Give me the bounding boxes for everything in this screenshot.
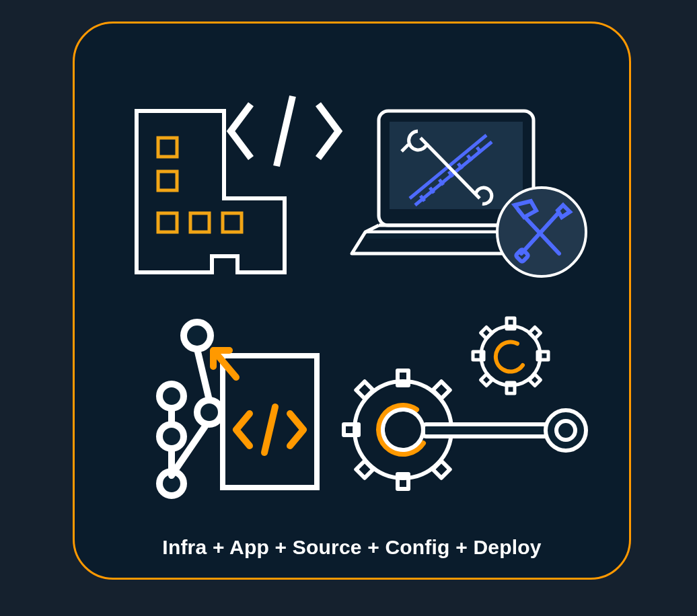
svg-line-18 (197, 349, 209, 400)
svg-rect-32 (538, 352, 548, 360)
diagram-caption: Infra + App + Source + Config + Deploy (75, 536, 629, 559)
svg-point-17 (184, 322, 211, 349)
diagram-panel: Infra + App + Source + Config + Deploy (73, 22, 631, 580)
svg-rect-33 (481, 328, 492, 339)
svg-point-12 (159, 384, 184, 408)
svg-point-16 (197, 400, 221, 424)
svg-rect-36 (529, 375, 541, 386)
svg-rect-37 (423, 424, 551, 436)
svg-rect-0 (158, 138, 177, 157)
gears-wrench-icon (316, 309, 598, 517)
svg-rect-4 (223, 213, 242, 232)
svg-rect-1 (158, 171, 177, 190)
svg-rect-3 (190, 213, 209, 232)
svg-point-13 (159, 424, 184, 449)
svg-rect-31 (473, 352, 484, 360)
svg-rect-2 (158, 213, 177, 232)
svg-rect-29 (507, 318, 515, 329)
svg-rect-34 (529, 328, 541, 339)
svg-point-39 (556, 421, 575, 440)
svg-rect-30 (507, 383, 515, 393)
building-code-icon (116, 84, 352, 286)
svg-rect-35 (481, 375, 492, 386)
git-branch-code-icon (135, 309, 330, 510)
laptop-tools-icon (345, 98, 587, 293)
